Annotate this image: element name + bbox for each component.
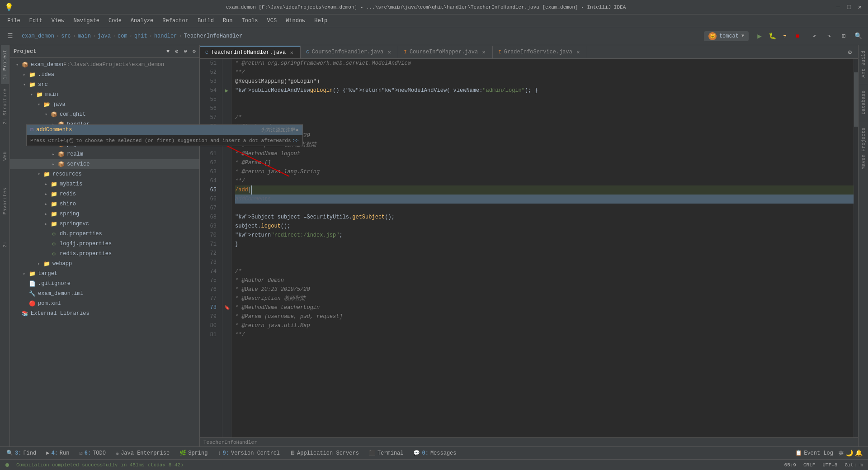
tree-item-mybatis[interactable]: ▸📁mybatis xyxy=(10,179,199,189)
bottom-tab-event-log[interactable]: 📋 Event Log xyxy=(791,448,838,458)
bottom-tab-terminal[interactable]: ⬛ Terminal xyxy=(364,448,408,458)
project-expand-icon[interactable]: ⊕ xyxy=(184,48,187,55)
sidebar-tab-2[interactable]: 2: xyxy=(1,237,9,252)
tree-item-webapp[interactable]: ▸📁webapp xyxy=(10,259,199,269)
stop-button[interactable]: ■ xyxy=(792,31,803,42)
autocomplete-item-addcomments[interactable]: m addComments 为方法添加注释● xyxy=(200,125,302,135)
breadcrumb-item-main[interactable]: main xyxy=(78,33,91,39)
tree-item-db_props[interactable]: ⚙db.properties xyxy=(10,229,199,239)
tree-item-main[interactable]: ▾📁main xyxy=(10,90,199,100)
tab-course-mapper-close[interactable]: ✕ xyxy=(481,49,487,55)
tree-item-service[interactable]: ▸📦service xyxy=(10,159,199,169)
menu-item-file[interactable]: File xyxy=(4,17,24,25)
menu-item-analyze[interactable]: Analyze xyxy=(127,17,157,25)
project-header-dropdown[interactable]: ▼ xyxy=(166,48,170,55)
tab-grade-service-close[interactable]: ✕ xyxy=(575,49,581,55)
project-gear-icon[interactable]: ⚙ xyxy=(193,48,196,55)
right-tab-database[interactable]: Database xyxy=(860,87,867,118)
breadcrumb-item-java[interactable]: java xyxy=(98,33,111,39)
bottom-tab-messages[interactable]: 💬 0: Messages xyxy=(409,448,461,458)
theme-icon[interactable]: 🌙 xyxy=(845,449,853,457)
tab-course-handler-close[interactable]: ✕ xyxy=(386,49,392,55)
bottom-tab-app-servers[interactable]: 🖥 Application Servers xyxy=(285,448,363,458)
notification-icon[interactable]: 🔔 xyxy=(855,449,863,457)
bookmark-icon[interactable]: 🔖 xyxy=(224,305,230,310)
bottom-tab-run[interactable]: ▶ 4: Run xyxy=(42,448,74,458)
tab-settings-icon[interactable]: ⚙ xyxy=(844,46,856,58)
tree-item-redis_props[interactable]: ⚙redis.properties xyxy=(10,249,199,259)
tab-teacher-close[interactable]: ✕ xyxy=(288,49,295,56)
sidebar-tab-project[interactable]: 1: Project xyxy=(1,45,9,84)
minimize-button[interactable]: ─ xyxy=(835,4,842,11)
tree-item-ext_libs[interactable]: 📚External Libraries xyxy=(10,309,199,318)
tree-item-gitignore[interactable]: 📄.gitignore xyxy=(10,279,199,289)
code-content[interactable]: * @return org.springframework.web.servle… xyxy=(231,59,854,437)
tree-item-exam_demon[interactable]: ▾📦exam_demon F:\Java\ideaProjects\exam_d… xyxy=(10,60,199,70)
tree-item-realm[interactable]: ▸📦realm xyxy=(10,149,199,159)
bottom-tab-todo[interactable]: ☑ 6: TODO xyxy=(75,448,110,458)
menu-item-refactor[interactable]: Refactor xyxy=(159,17,192,25)
search-everywhere-button[interactable]: 🔍 xyxy=(852,30,864,43)
menu-item-navigate[interactable]: Navigate xyxy=(70,17,103,25)
tree-item-idea[interactable]: ▸📁.idea xyxy=(10,70,199,80)
close-button[interactable]: ✕ xyxy=(856,4,863,11)
undo-button[interactable]: ↶ xyxy=(808,30,821,43)
tree-item-resources[interactable]: ▾📁resources xyxy=(10,169,199,179)
project-toggle-button[interactable]: ☰ xyxy=(4,30,16,43)
menu-item-edit[interactable]: Edit xyxy=(26,17,46,25)
right-tab-ant-build[interactable]: Ant Build xyxy=(860,47,867,81)
menu-item-tools[interactable]: Tools xyxy=(238,17,262,25)
run-button[interactable]: ▶ xyxy=(754,31,765,42)
menu-item-window[interactable]: Window xyxy=(282,17,309,25)
line-ending[interactable]: CRLF xyxy=(803,462,815,468)
bottom-tab-java-enterprise[interactable]: ☕ Java Enterprise xyxy=(111,448,174,458)
sidebar-tab-web[interactable]: Web xyxy=(1,147,9,165)
tab-course-handler[interactable]: C CourseInfoHandler.java ✕ xyxy=(301,46,398,58)
menu-item-run[interactable]: Run xyxy=(219,17,236,25)
autocomplete-hint-link[interactable]: >> xyxy=(293,138,299,143)
breadcrumb-item-exam_demon[interactable]: exam_demon xyxy=(22,33,54,39)
sidebar-tab-structure[interactable]: 2: Structure xyxy=(1,84,9,129)
right-tab-maven[interactable]: Maven Projects xyxy=(860,124,867,173)
tree-item-com_qhit[interactable]: ▾📦com.qhit xyxy=(10,109,199,119)
git-branch[interactable]: Git: m xyxy=(844,462,863,468)
tree-item-src[interactable]: ▾📁src xyxy=(10,80,199,90)
tree-item-spring[interactable]: ▸📁spring xyxy=(10,209,199,219)
run-gutter-icon[interactable]: ▶ xyxy=(225,87,228,94)
tree-item-log4j_props[interactable]: ⚙log4j.properties xyxy=(10,239,199,249)
tree-item-pom_xml[interactable]: 🔴pom.xml xyxy=(10,299,199,309)
menu-item-code[interactable]: Code xyxy=(105,17,125,25)
menu-item-build[interactable]: Build xyxy=(194,17,217,25)
tree-item-redis[interactable]: ▸📁redis xyxy=(10,189,199,199)
tomcat-config[interactable]: 🐱 tomcat ▼ xyxy=(704,31,749,41)
tab-course-mapper[interactable]: I CourseInfoMapper.java ✕ xyxy=(398,46,493,58)
bottom-tab-version-control[interactable]: ↕ 9: Version Control xyxy=(213,448,284,458)
tree-item-java[interactable]: ▾📂java xyxy=(10,100,199,109)
menu-item-help[interactable]: Help xyxy=(311,17,331,25)
tree-item-target[interactable]: ▸📁target xyxy=(10,269,199,279)
tomcat-dropdown-icon[interactable]: ▼ xyxy=(741,33,744,38)
sidebar-tab-favorites[interactable]: Favorites xyxy=(1,183,9,219)
encoding[interactable]: UTF-8 xyxy=(822,462,837,468)
bottom-tab-find[interactable]: 🔍 3: Find xyxy=(2,448,41,458)
debug-button[interactable]: 🐛 xyxy=(767,31,778,42)
breadcrumb-item-handler[interactable]: handler xyxy=(154,33,177,39)
breadcrumb-item-qhit[interactable]: qhit xyxy=(134,33,147,39)
menu-item-view[interactable]: View xyxy=(48,17,68,25)
bottom-tab-spring[interactable]: 🌿 Spring xyxy=(175,448,212,458)
redo-button[interactable]: ↷ xyxy=(823,30,835,43)
tab-grade-service[interactable]: I GradeInfoService.java ✕ xyxy=(493,46,587,58)
maximize-button[interactable]: □ xyxy=(845,4,853,11)
coverage-button[interactable]: ☂ xyxy=(779,31,790,42)
layout-button[interactable]: ⊞ xyxy=(837,30,850,43)
autocomplete-popup[interactable]: m addComments 为方法添加注释● Press Ctrl+句点 to … xyxy=(200,124,303,146)
tree-item-exam_demon_iml[interactable]: 🔧exam_demon.iml xyxy=(10,289,199,299)
lang-indicator[interactable]: 英 xyxy=(839,450,844,456)
tab-teacher-handler[interactable]: C TeacherInfoHandler.java ✕ xyxy=(200,46,301,58)
menu-item-vcs[interactable]: VCS xyxy=(264,17,281,25)
breadcrumb-item-com[interactable]: com xyxy=(118,33,127,39)
project-settings-icon[interactable]: ⚙ xyxy=(175,48,178,55)
minimap-thumb[interactable] xyxy=(854,72,858,127)
tree-item-shiro[interactable]: ▸📁shiro xyxy=(10,199,199,209)
breadcrumb-item-src[interactable]: src xyxy=(61,33,71,39)
